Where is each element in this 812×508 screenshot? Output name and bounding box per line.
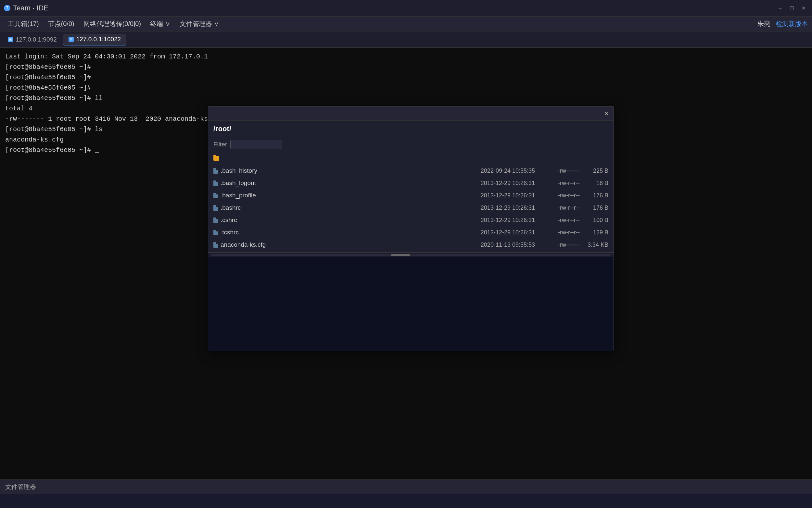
menu-filemanager[interactable]: 文件管理器 ∨: [176, 17, 224, 30]
folder-icon: [213, 156, 219, 161]
fm-filename-5: .cshrc: [220, 216, 461, 224]
title-bar-left: T Team · IDE: [4, 4, 48, 12]
fm-file-item-2[interactable]: .bash_logout2013-12-29 10:26:31-rw-r--r-…: [208, 177, 614, 189]
fm-file-item-7[interactable]: anaconda-ks.cfg2020-11-13 09:55:53-rw---…: [208, 239, 614, 251]
file-icon: [213, 168, 218, 174]
tab-2-label: 127.0.0.1:10022: [76, 36, 121, 43]
main-area: Last login: Sat Sep 24 04:30:01 2022 fro…: [0, 48, 812, 494]
fm-filter-input[interactable]: [230, 140, 282, 149]
fm-scrollbar-area[interactable]: [208, 252, 614, 257]
app-title: Team · IDE: [13, 4, 48, 12]
tab-1-icon: ⊞: [8, 37, 13, 42]
fm-file-item-parent[interactable]: ..: [208, 152, 614, 165]
fm-close-button[interactable]: ×: [602, 109, 611, 118]
fm-filter-row: Filter: [208, 138, 614, 151]
menu-nodes[interactable]: 节点(0/0): [44, 17, 78, 30]
file-icon: [213, 242, 218, 248]
fm-filename-2: .bash_logout: [220, 179, 461, 187]
terminal-line-1: [root@8ba4e55f6e05 ~]#: [5, 62, 807, 72]
fm-path: /root/: [208, 121, 614, 135]
menu-bar: 工具箱(17) 节点(0/0) 网络代理透传(0/0|0) 终端 ∨ 文件管理器…: [0, 16, 812, 32]
tab-1-label: 127.0.0.1:9092: [15, 36, 57, 43]
fm-filter-label: Filter: [213, 141, 227, 148]
terminal-line-3: [root@8ba4e55f6e05 ~]#: [5, 83, 807, 93]
fm-filename-7: anaconda-ks.cfg: [220, 241, 461, 248]
menu-bar-left: 工具箱(17) 节点(0/0) 网络代理透传(0/0|0) 终端 ∨ 文件管理器…: [4, 17, 223, 30]
fm-filename-4: .bashrc: [220, 204, 461, 211]
maximize-button[interactable]: □: [787, 4, 797, 13]
fm-file-item-4[interactable]: .bashrc2013-12-29 10:26:31-rw-r--r--176 …: [208, 202, 614, 214]
terminal-line-0: Last login: Sat Sep 24 04:30:01 2022 fro…: [5, 52, 807, 62]
status-bar: 文件管理器: [0, 479, 812, 494]
title-bar-controls: − □ ×: [776, 4, 808, 13]
fm-scrollbar-track: [211, 254, 611, 256]
fm-dialog-header: ×: [208, 107, 614, 121]
fm-filename-6: .tcshrc: [220, 229, 461, 236]
file-icon: [213, 180, 218, 186]
fm-file-name-parent: ..: [222, 155, 461, 162]
file-icon: [213, 217, 218, 223]
file-icon: [213, 205, 218, 211]
close-button[interactable]: ×: [799, 4, 808, 13]
tab-1[interactable]: ⊞ 127.0.0.1:9092: [3, 34, 62, 45]
fm-bottom-panel: [208, 257, 614, 351]
fm-file-item-1[interactable]: .bash_history2022-09-24 10:55:35-rw-----…: [208, 165, 614, 177]
tab-bar: ⊞ 127.0.0.1:9092 ⊞ 127.0.0.1:10022: [0, 32, 812, 48]
terminal-line-2: [root@8ba4e55f6e05 ~]#: [5, 72, 807, 83]
tab-2-icon: ⊞: [69, 37, 74, 42]
check-update-button[interactable]: 检测新版本: [776, 19, 808, 28]
fm-file-item-5[interactable]: .cshrc2013-12-29 10:26:31-rw-r--r--100 B: [208, 214, 614, 226]
terminal-line-4: [root@8ba4e55f6e05 ~]# ll: [5, 93, 807, 103]
minimize-button[interactable]: −: [776, 4, 785, 13]
fm-divider: [208, 135, 614, 135]
fm-filename-1: .bash_history: [220, 167, 461, 174]
app-icon: T: [4, 5, 10, 11]
file-manager-dialog: × /root/ Filter .. .bash_history2022-09-…: [208, 106, 614, 351]
menu-network[interactable]: 网络代理透传(0/0|0): [80, 17, 145, 30]
fm-file-item-3[interactable]: .bash_profile2013-12-29 10:26:31-rw-r--r…: [208, 189, 614, 202]
fm-filename-3: .bash_profile: [220, 192, 461, 199]
file-icon: [213, 230, 218, 235]
menu-toolbox[interactable]: 工具箱(17): [4, 17, 43, 30]
fm-file-item-6[interactable]: .tcshrc2013-12-29 10:26:31-rw-r--r--129 …: [208, 226, 614, 239]
user-name: 朱亮: [758, 19, 770, 28]
tab-2[interactable]: ⊞ 127.0.0.1:10022: [63, 34, 126, 45]
title-bar: T Team · IDE − □ ×: [0, 0, 812, 16]
menu-terminal[interactable]: 终端 ∨: [146, 17, 174, 30]
fm-file-list: .. .bash_history2022-09-24 10:55:35-rw--…: [208, 151, 614, 252]
status-text: 文件管理器: [5, 483, 36, 491]
fm-scrollbar-thumb[interactable]: [391, 254, 410, 256]
file-icon: [213, 193, 218, 198]
menu-bar-right: 朱亮 检测新版本: [758, 19, 808, 28]
